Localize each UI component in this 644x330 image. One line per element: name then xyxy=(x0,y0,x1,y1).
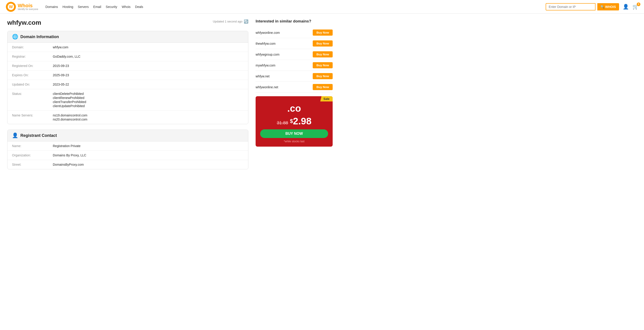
buy-now-button[interactable]: Buy Now xyxy=(313,73,333,79)
refresh-icon[interactable]: 🔄 xyxy=(244,19,248,24)
main-wrap: whfyw.com Updated 1 second ago 🔄 🌐 Domai… xyxy=(0,14,340,180)
value-domain: whfyw.com xyxy=(53,45,244,49)
search-button[interactable]: 🔍 WHOIS xyxy=(597,3,619,11)
nav-whois[interactable]: Whois xyxy=(122,5,130,9)
user-icon[interactable]: 👤 xyxy=(623,4,629,10)
search-input[interactable] xyxy=(546,3,596,11)
registrant-title: Registrant Contact xyxy=(20,133,57,138)
similar-domain-name: thewhfyw.com xyxy=(256,42,276,45)
promo-card: Sale .co 31.88 $2.98 BUY NOW *while stoc… xyxy=(256,96,333,147)
table-row: Expires On: 2025-09-23 xyxy=(8,71,248,80)
label-street: Street: xyxy=(12,163,53,166)
nav-email[interactable]: Email xyxy=(93,5,101,9)
promo-old-price: 31.88 xyxy=(277,120,288,125)
label-registrar: Registrar: xyxy=(12,55,53,58)
value-expires-on: 2025-09-23 xyxy=(53,73,244,77)
ns-line-1: ns19.domaincontrol.com xyxy=(53,113,244,117)
list-item: whfywgroup.com Buy Now xyxy=(256,49,333,60)
similar-domain-name: whfywonline.net xyxy=(256,85,278,89)
search-wrap: 🔍 WHOIS xyxy=(546,3,619,11)
value-nameservers: ns19.domaincontrol.com ns20.domaincontro… xyxy=(53,113,244,121)
main-nav: Domains Hosting Servers Email Security W… xyxy=(46,5,546,9)
similar-domains-list: whfywonline.com Buy Now thewhfyw.com Buy… xyxy=(256,27,333,93)
status-line-4: clientUpdateProhibited xyxy=(53,104,244,108)
header: W Whois Identify for everyone Domains Ho… xyxy=(0,0,644,14)
buy-now-button[interactable]: Buy Now xyxy=(313,84,333,90)
label-domain: Domain: xyxy=(12,45,53,49)
similar-domain-name: mywhfyw.com xyxy=(256,64,275,67)
svg-text:W: W xyxy=(9,5,13,9)
promo-price-row: 31.88 $2.98 xyxy=(260,116,328,127)
promo-new-price-wrap: $2.98 xyxy=(290,116,311,127)
ns-line-2: ns20.domaincontrol.com xyxy=(53,118,244,121)
table-row: Organization: Domains By Proxy, LLC xyxy=(8,151,248,160)
value-registered-on: 2015-09-23 xyxy=(53,64,244,68)
domain-info-title: Domain Information xyxy=(20,35,59,39)
updated-text: Updated 1 second ago xyxy=(213,20,242,23)
status-line-1: clientDeleteProhibited xyxy=(53,92,244,96)
sale-badge: Sale xyxy=(320,96,333,101)
label-status: Status: xyxy=(12,92,53,96)
similar-domain-name: whfyw.net xyxy=(256,74,270,78)
search-btn-label: WHOIS xyxy=(605,5,616,9)
updated-row: Updated 1 second ago 🔄 xyxy=(213,19,248,24)
similar-domain-name: whfywonline.com xyxy=(256,31,280,35)
search-icon: 🔍 xyxy=(600,5,604,9)
label-name: Name: xyxy=(12,144,53,148)
header-icons: 👤 🛒 0 xyxy=(623,4,638,10)
value-registrar: GoDaddy.com, LLC xyxy=(53,55,244,58)
promo-disclaimer: *while stocks last xyxy=(260,140,328,143)
list-item: whfywonline.com Buy Now xyxy=(256,27,333,38)
nav-hosting[interactable]: Hosting xyxy=(62,5,73,9)
label-expires-on: Expires On: xyxy=(12,73,53,77)
list-item: whfywonline.net Buy Now xyxy=(256,82,333,93)
logo[interactable]: W Whois Identify for everyone xyxy=(6,1,38,12)
table-row: Domain: whfyw.com xyxy=(8,43,248,52)
buy-now-button[interactable]: Buy Now xyxy=(313,30,333,36)
logo-whois-text: Whois xyxy=(18,3,38,8)
label-nameservers: Name Servers: xyxy=(12,113,53,117)
table-row: Name Servers: ns19.domaincontrol.com ns2… xyxy=(8,111,248,124)
list-item: whfyw.net Buy Now xyxy=(256,71,333,82)
status-line-2: clientRenewProhibited xyxy=(53,96,244,100)
nav-security[interactable]: Security xyxy=(106,5,118,9)
content-col: whfyw.com Updated 1 second ago 🔄 🌐 Domai… xyxy=(7,19,248,175)
registrant-icon: 👤 xyxy=(12,132,18,138)
buy-now-button[interactable]: Buy Now xyxy=(313,51,333,57)
sidebar: Interested in similar domains? whfywonli… xyxy=(256,19,333,175)
nav-servers[interactable]: Servers xyxy=(78,5,88,9)
domain-info-card: 🌐 Domain Information Domain: whfyw.com R… xyxy=(7,31,248,124)
value-updated-on: 2023-05-22 xyxy=(53,83,244,86)
domain-info-header: 🌐 Domain Information xyxy=(8,31,248,43)
buy-now-button[interactable]: Buy Now xyxy=(313,62,333,68)
value-name: Registration Private xyxy=(53,144,244,148)
table-row: Name: Registration Private xyxy=(8,141,248,151)
table-row: Registered On: 2015-09-23 xyxy=(8,61,248,71)
buy-now-button[interactable]: Buy Now xyxy=(313,40,333,47)
logo-tagline: Identify for everyone xyxy=(18,8,38,11)
list-item: mywhfyw.com Buy Now xyxy=(256,60,333,71)
value-street: DomainsByProxy.com xyxy=(53,163,244,166)
label-updated-on: Updated On: xyxy=(12,83,53,86)
promo-dollar: $ xyxy=(290,118,293,124)
label-organization: Organization: xyxy=(12,153,53,157)
value-status: clientDeleteProhibited clientRenewProhib… xyxy=(53,92,244,108)
domain-info-icon: 🌐 xyxy=(12,34,18,40)
nav-domains[interactable]: Domains xyxy=(46,5,58,9)
table-row: Registrar: GoDaddy.com, LLC xyxy=(8,52,248,61)
nav-deals[interactable]: Deals xyxy=(135,5,143,9)
promo-tld: .co xyxy=(260,103,328,114)
logo-icon: W xyxy=(6,1,16,12)
list-item: thewhfyw.com Buy Now xyxy=(256,38,333,49)
page-title: whfyw.com xyxy=(7,19,41,26)
registrant-header: 👤 Registrant Contact xyxy=(8,130,248,141)
similar-domain-name: whfywgroup.com xyxy=(256,53,280,56)
cart-badge[interactable]: 🛒 0 xyxy=(632,4,638,10)
promo-buy-button[interactable]: BUY NOW xyxy=(260,129,328,138)
table-row: Street: DomainsByProxy.com xyxy=(8,160,248,169)
table-row: Updated On: 2023-05-22 xyxy=(8,80,248,89)
value-organization: Domains By Proxy, LLC xyxy=(53,153,244,157)
registrant-contact-card: 👤 Registrant Contact Name: Registration … xyxy=(7,130,248,169)
label-registered-on: Registered On: xyxy=(12,64,53,68)
table-row: Status: clientDeleteProhibited clientRen… xyxy=(8,89,248,111)
